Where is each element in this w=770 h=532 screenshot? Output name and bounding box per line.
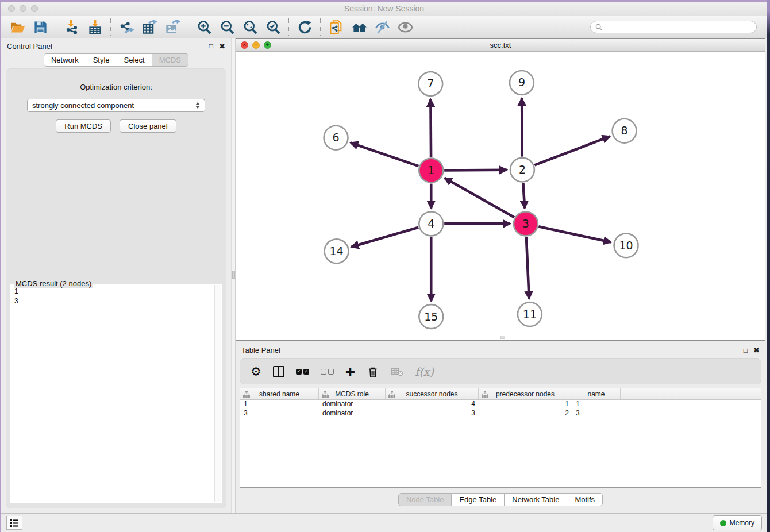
mcds-result-box: MCDS result (2 nodes) 1 3 [10, 284, 222, 503]
network-window-title: scc.txt [236, 41, 765, 49]
graph-node-15[interactable]: 15 [419, 304, 443, 329]
mcds-result-text[interactable]: 1 3 [11, 285, 214, 502]
graph-edge-2-8[interactable] [534, 136, 610, 165]
cell-successor-nodes[interactable]: 3 [386, 409, 479, 418]
tab-network[interactable]: Network [44, 53, 86, 67]
search-icon [595, 24, 603, 31]
task-history-button[interactable] [6, 516, 22, 530]
cell-name[interactable]: 3 [572, 409, 621, 418]
refresh-view-icon[interactable] [293, 18, 316, 36]
column-header-shared-name[interactable]: shared name [240, 388, 319, 399]
first-neighbors-icon[interactable] [348, 18, 371, 36]
zoom-selected-icon[interactable] [261, 18, 284, 36]
graph-edge-1-7[interactable] [430, 99, 431, 157]
graph-node-2[interactable]: 2 [510, 158, 534, 182]
tab-edge-table[interactable]: Edge Table [452, 493, 505, 506]
desktop-strip-right [767, 0, 770, 532]
tab-mcds[interactable]: MCDS [152, 53, 188, 67]
network-canvas[interactable]: 7968124314101511 [236, 52, 765, 340]
graph-edge-3-1[interactable] [445, 178, 514, 217]
copy-network-icon[interactable] [325, 18, 348, 36]
main-toolbar [1, 16, 767, 38]
criterion-dropdown[interactable]: strongly connected component [27, 99, 205, 112]
splitter-grip[interactable] [232, 271, 235, 279]
graph-edge-1-6[interactable] [351, 142, 418, 166]
column-header-name[interactable]: name [572, 388, 621, 399]
cell-name[interactable]: 1 [572, 400, 621, 409]
cell-shared-name[interactable]: 3 [240, 409, 319, 418]
float-table-panel-icon[interactable]: □ [744, 347, 748, 354]
add-column-icon[interactable]: + [345, 363, 356, 380]
run-mcds-button[interactable]: Run MCDS [56, 119, 111, 133]
zoom-fit-icon[interactable] [238, 18, 261, 36]
graph-edge-2-3[interactable] [523, 183, 525, 208]
table-settings-icon[interactable]: ⚙ [251, 363, 261, 380]
svg-text:3: 3 [522, 217, 529, 230]
graph-node-6[interactable]: 6 [324, 126, 348, 150]
node-table[interactable]: shared name MCDS role successor nodes pr… [240, 388, 761, 488]
graph-node-7[interactable]: 7 [418, 72, 442, 96]
main-area: Control Panel □ ✖ Network Style Select M… [1, 38, 767, 513]
graph-node-8[interactable]: 8 [613, 119, 637, 143]
hide-selected-icon[interactable] [371, 18, 394, 36]
cell-successor-nodes[interactable]: 4 [386, 400, 479, 409]
tab-motifs[interactable]: Motifs [567, 493, 603, 506]
cell-mcds-role[interactable]: dominator [319, 400, 386, 409]
graph-node-14[interactable]: 14 [325, 239, 349, 263]
graph-edge-3-11[interactable] [526, 237, 529, 299]
result-scrollbar[interactable] [214, 285, 221, 502]
close-panel-button[interactable]: Close panel [120, 119, 176, 133]
canvas-grip[interactable] [500, 336, 505, 339]
tab-select[interactable]: Select [117, 53, 152, 67]
search-input[interactable] [606, 23, 752, 31]
result-line: 1 [14, 287, 211, 296]
vertical-splitter[interactable] [231, 38, 236, 513]
tab-node-table[interactable]: Node Table [398, 493, 452, 506]
graph-edge-1-2[interactable] [444, 170, 507, 171]
zoom-out-icon[interactable] [215, 18, 238, 36]
graph-node-10[interactable]: 10 [614, 233, 638, 257]
export-network-icon[interactable] [115, 18, 138, 36]
table-row[interactable]: 1 dominator 4 1 1 [240, 400, 761, 409]
export-image-icon[interactable] [161, 18, 184, 36]
cell-predecessor-nodes[interactable]: 2 [479, 409, 572, 418]
cell-shared-name[interactable]: 1 [240, 400, 319, 409]
graph-node-4[interactable]: 4 [419, 211, 443, 236]
close-table-panel-icon[interactable]: ✖ [753, 346, 760, 354]
cell-predecessor-nodes[interactable]: 1 [479, 400, 572, 409]
toggle-panes-icon[interactable] [273, 363, 284, 380]
graph-edge-2-9[interactable] [522, 98, 522, 157]
tab-network-table[interactable]: Network Table [505, 493, 567, 506]
graph-node-3[interactable]: 3 [514, 211, 538, 236]
close-panel-icon[interactable]: ✖ [219, 43, 225, 50]
network-graph: 7968124314101511 [236, 52, 765, 340]
graph-node-11[interactable]: 11 [518, 302, 542, 326]
zoom-in-icon[interactable] [192, 18, 215, 36]
export-table-icon[interactable] [138, 18, 161, 36]
memory-label: Memory [730, 519, 754, 527]
float-panel-icon[interactable]: □ [209, 43, 213, 49]
svg-text:2: 2 [519, 163, 526, 176]
table-row[interactable]: 3 dominator 3 2 3 [240, 409, 761, 418]
graph-edge-4-14[interactable] [351, 228, 418, 247]
cell-mcds-role[interactable]: dominator [319, 409, 386, 418]
graph-node-9[interactable]: 9 [510, 71, 534, 95]
import-table-icon[interactable] [83, 18, 106, 36]
tab-style[interactable]: Style [86, 53, 117, 67]
memory-button[interactable]: Memory [713, 515, 762, 530]
global-search[interactable] [590, 21, 757, 33]
delete-column-icon[interactable] [367, 363, 379, 380]
column-type-icon [388, 391, 395, 398]
save-session-icon[interactable] [29, 18, 52, 36]
column-header-successor-nodes[interactable]: successor nodes [386, 388, 479, 399]
select-all-columns-icon[interactable]: ✓✓ [296, 363, 309, 380]
show-all-icon[interactable] [394, 18, 417, 36]
import-network-icon[interactable] [60, 18, 83, 36]
column-header-mcds-role[interactable]: MCDS role [319, 388, 386, 399]
open-session-icon[interactable] [6, 18, 29, 36]
deselect-all-columns-icon[interactable] [321, 363, 334, 380]
column-header-predecessor-nodes[interactable]: predecessor nodes [479, 388, 572, 399]
graph-edge-3-10[interactable] [538, 226, 611, 242]
network-window-titlebar[interactable]: × − + scc.txt [236, 39, 765, 52]
graph-node-1[interactable]: 1 [419, 159, 443, 183]
